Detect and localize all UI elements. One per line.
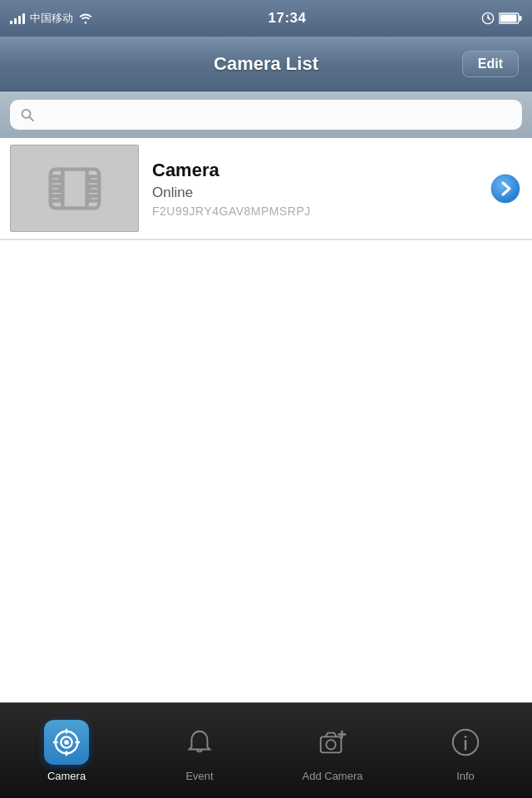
- tab-event-label: Event: [185, 770, 213, 782]
- table-row[interactable]: Camera Online F2U99JRY4GAV8MPMSRPJ: [0, 138, 532, 239]
- search-input-wrapper: [10, 100, 522, 130]
- tab-info-icon-wrap: [443, 720, 488, 765]
- tab-add-camera[interactable]: Add Camera: [266, 703, 399, 798]
- svg-rect-9: [50, 195, 60, 200]
- status-right: [481, 12, 522, 25]
- tab-add-camera-label: Add Camera: [303, 770, 363, 782]
- status-time: 17:34: [268, 10, 307, 27]
- svg-rect-12: [89, 195, 99, 200]
- search-input[interactable]: [41, 107, 512, 122]
- tab-camera-icon-wrap: [44, 720, 89, 765]
- nav-title: Camera List: [214, 53, 318, 75]
- camera-tab-icon: [51, 727, 82, 758]
- tab-add-camera-icon-wrap: [310, 720, 355, 765]
- svg-point-15: [491, 175, 520, 203]
- svg-rect-8: [50, 186, 60, 191]
- svg-point-24: [326, 740, 335, 749]
- svg-rect-11: [89, 186, 99, 191]
- tab-info-label: Info: [456, 770, 475, 782]
- camera-thumbnail: [10, 145, 139, 232]
- battery-icon: [499, 12, 522, 24]
- search-icon: [20, 107, 34, 122]
- film-icon: [46, 160, 104, 218]
- camera-info: Camera Online F2U99JRY4GAV8MPMSRPJ: [139, 160, 489, 218]
- svg-line-5: [29, 117, 32, 121]
- nav-bar: Camera List Edit: [0, 37, 532, 91]
- search-bar-container: [0, 91, 532, 138]
- svg-rect-2: [519, 16, 521, 21]
- svg-point-18: [64, 740, 69, 745]
- clock-icon: [481, 12, 495, 25]
- tab-bar: Camera Event Add Camera: [0, 702, 532, 798]
- svg-rect-3: [500, 15, 516, 22]
- camera-arrow-button[interactable]: [489, 172, 522, 205]
- svg-point-29: [465, 735, 467, 737]
- chevron-right-icon: [490, 174, 520, 204]
- svg-rect-10: [89, 176, 99, 181]
- info-icon: [450, 727, 481, 758]
- status-bar: 中国移动 17:34: [0, 0, 532, 37]
- status-left: 中国移动: [10, 11, 93, 26]
- tab-camera[interactable]: Camera: [0, 703, 133, 798]
- camera-id: F2U99JRY4GAV8MPMSRPJ: [152, 204, 475, 218]
- edit-button[interactable]: Edit: [462, 51, 519, 77]
- tab-event-icon-wrap: [177, 720, 222, 765]
- signal-bars: [10, 12, 25, 24]
- tab-event[interactable]: Event: [133, 703, 266, 798]
- bell-icon: [184, 727, 215, 758]
- camera-list: Camera Online F2U99JRY4GAV8MPMSRPJ: [0, 138, 532, 240]
- camera-name: Camera: [152, 160, 475, 181]
- add-camera-icon: [317, 727, 348, 758]
- tab-info[interactable]: Info: [399, 703, 532, 798]
- wifi-icon: [78, 12, 93, 24]
- tab-camera-label: Camera: [47, 770, 86, 782]
- svg-rect-7: [50, 176, 60, 181]
- camera-status: Online: [152, 185, 475, 201]
- carrier-label: 中国移动: [30, 11, 73, 26]
